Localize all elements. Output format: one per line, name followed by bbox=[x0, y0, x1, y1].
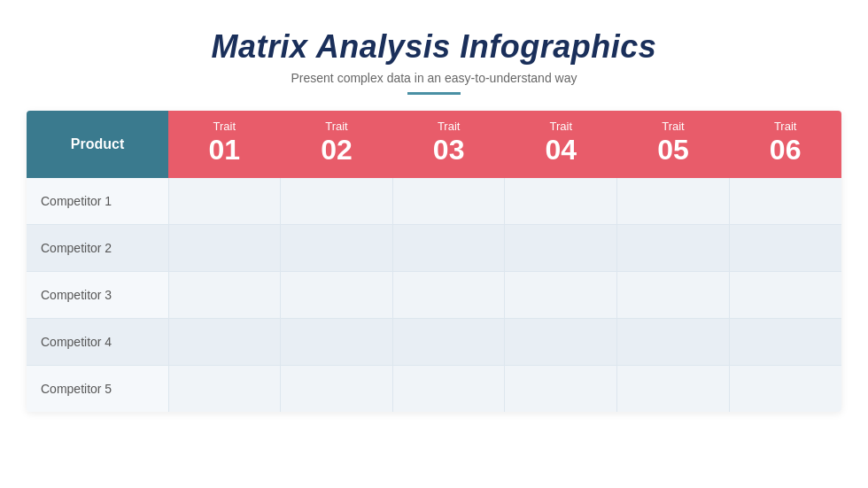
competitor-4-trait-02 bbox=[281, 319, 393, 366]
matrix-table: Product Trait 01 Trait 02 Trait 03 Trait… bbox=[27, 111, 841, 412]
competitor-4-label: Competitor 4 bbox=[27, 319, 168, 366]
trait-05-header: Trait 05 bbox=[617, 111, 730, 178]
competitor-5-trait-03 bbox=[392, 366, 505, 413]
trait-02-header: Trait 02 bbox=[281, 111, 393, 178]
competitor-3-trait-01 bbox=[168, 272, 281, 319]
trait-01-number: 01 bbox=[175, 135, 274, 166]
competitor-4-trait-04 bbox=[505, 319, 617, 366]
competitor-2-trait-03 bbox=[392, 225, 505, 272]
competitor-3-trait-06 bbox=[729, 272, 841, 319]
competitor-3-trait-04 bbox=[505, 272, 617, 319]
table-row: Competitor 1 bbox=[27, 178, 841, 225]
competitor-1-trait-05 bbox=[617, 178, 730, 225]
competitor-1-trait-06 bbox=[729, 178, 841, 225]
competitor-3-label: Competitor 3 bbox=[27, 272, 168, 319]
header-section: Matrix Analysis Infographics Present com… bbox=[212, 28, 657, 95]
competitor-2-label: Competitor 2 bbox=[27, 225, 168, 272]
competitor-2-trait-02 bbox=[281, 225, 393, 272]
competitor-1-trait-03 bbox=[392, 178, 505, 225]
product-column-header: Product bbox=[27, 111, 168, 178]
competitor-1-label: Competitor 1 bbox=[27, 178, 168, 225]
subtitle: Present complex data in an easy-to-under… bbox=[212, 71, 657, 85]
table-row: Competitor 5 bbox=[27, 366, 841, 413]
trait-03-header: Trait 03 bbox=[392, 111, 505, 178]
trait-05-label: Trait bbox=[624, 120, 723, 133]
matrix-table-wrapper: Product Trait 01 Trait 02 Trait 03 Trait… bbox=[27, 111, 841, 412]
competitor-5-trait-02 bbox=[281, 366, 393, 413]
competitor-1-trait-04 bbox=[505, 178, 617, 225]
competitor-5-trait-01 bbox=[168, 366, 281, 413]
trait-06-label: Trait bbox=[736, 120, 834, 133]
trait-05-number: 05 bbox=[624, 135, 723, 166]
competitor-1-trait-02 bbox=[281, 178, 393, 225]
trait-02-label: Trait bbox=[288, 120, 386, 133]
table-row: Competitor 3 bbox=[27, 272, 841, 319]
competitor-3-trait-02 bbox=[281, 272, 393, 319]
competitor-4-trait-01 bbox=[168, 319, 281, 366]
trait-01-header: Trait 01 bbox=[168, 111, 281, 178]
page-title: Matrix Analysis Infographics bbox=[212, 28, 657, 66]
competitor-2-trait-04 bbox=[505, 225, 617, 272]
competitor-2-trait-01 bbox=[168, 225, 281, 272]
competitor-5-trait-04 bbox=[505, 366, 617, 413]
trait-01-label: Trait bbox=[175, 120, 274, 133]
trait-04-header: Trait 04 bbox=[505, 111, 617, 178]
trait-03-label: Trait bbox=[399, 120, 498, 133]
trait-06-number: 06 bbox=[736, 135, 834, 166]
trait-04-label: Trait bbox=[512, 120, 610, 133]
title-underline bbox=[407, 92, 461, 95]
competitor-3-trait-05 bbox=[617, 272, 730, 319]
trait-06-header: Trait 06 bbox=[729, 111, 841, 178]
competitor-1-trait-01 bbox=[168, 178, 281, 225]
competitor-4-trait-05 bbox=[617, 319, 730, 366]
competitor-2-trait-06 bbox=[729, 225, 841, 272]
trait-04-number: 04 bbox=[512, 135, 610, 166]
trait-02-number: 02 bbox=[288, 135, 386, 166]
competitor-5-label: Competitor 5 bbox=[27, 366, 168, 413]
table-row: Competitor 2 bbox=[27, 225, 841, 272]
competitor-4-trait-06 bbox=[729, 319, 841, 366]
competitor-3-trait-03 bbox=[392, 272, 505, 319]
competitor-2-trait-05 bbox=[617, 225, 730, 272]
competitor-5-trait-06 bbox=[729, 366, 841, 413]
trait-03-number: 03 bbox=[399, 135, 498, 166]
table-header-row: Product Trait 01 Trait 02 Trait 03 Trait… bbox=[27, 111, 841, 178]
table-row: Competitor 4 bbox=[27, 319, 841, 366]
competitor-5-trait-05 bbox=[617, 366, 730, 413]
competitor-4-trait-03 bbox=[392, 319, 505, 366]
